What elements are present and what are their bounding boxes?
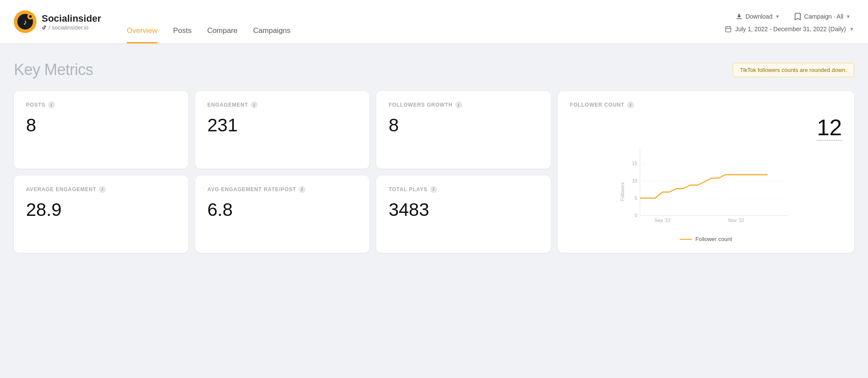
brand-handle: / socialinsider.io (42, 24, 101, 31)
info-icon-total-plays[interactable]: i (430, 186, 437, 193)
info-icon-posts[interactable]: i (48, 101, 55, 108)
follower-count-value: 12 (570, 116, 842, 139)
metric-card-engagement: ENGAGEMENT i 231 (195, 91, 370, 169)
nav-compare[interactable]: Compare (207, 26, 237, 43)
tiktok-icon (42, 25, 47, 30)
metric-value-avg-engagement: 28.9 (26, 201, 176, 219)
info-icon-engagement[interactable]: i (251, 101, 258, 108)
metric-label-avg-engagement: AVERAGE ENGAGEMENT i (26, 186, 176, 193)
header: ♪ Socialinsider / socialinsider.io Overv… (0, 0, 868, 43)
info-icon-followers-growth[interactable]: i (455, 101, 462, 108)
campaign-chevron: ▼ (846, 14, 851, 19)
brand-name: Socialinsider (42, 13, 101, 24)
metrics-grid: POSTS i 8 ENGAGEMENT i 231 FOLLOWERS GRO… (14, 91, 854, 253)
metric-value-engagement: 231 (207, 116, 358, 134)
legend-line (680, 239, 692, 240)
campaign-button[interactable]: Campaign · All ▼ (790, 11, 854, 22)
metric-card-total-plays: TOTAL PLAYS i 3483 (376, 176, 551, 253)
follower-count-card: FOLLOWER COUNT i 12 0 5 (558, 91, 854, 253)
metric-value-posts: 8 (26, 116, 176, 134)
metric-label-follower-count: FOLLOWER COUNT i (570, 101, 842, 108)
notice-badge: TikTok followers counts are rounded down… (733, 63, 854, 77)
date-chevron: ▼ (849, 26, 854, 32)
svg-text:Sep '22: Sep '22 (654, 218, 671, 223)
metric-label-engagement: ENGAGEMENT i (207, 101, 358, 108)
metric-value-followers-growth: 8 (388, 116, 539, 134)
svg-text:♪: ♪ (23, 18, 27, 26)
header-right: Download ▼ Campaign · All ▼ July 1, 2022… (725, 11, 854, 33)
svg-text:Nov '22: Nov '22 (728, 218, 744, 223)
brand-logo: ♪ (14, 10, 36, 33)
metric-card-followers-growth: FOLLOWERS GROWTH i 8 (376, 91, 551, 169)
follower-chart-svg: 0 5 10 15 Followers Sep '22 Nov '22 (570, 144, 842, 231)
main-nav: Overview Posts Compare Campaigns (127, 0, 290, 43)
svg-text:0: 0 (635, 213, 637, 218)
svg-text:15: 15 (632, 161, 637, 166)
download-button[interactable]: Download ▼ (732, 11, 783, 22)
svg-text:5: 5 (635, 196, 637, 201)
header-controls-row: Download ▼ Campaign · All ▼ (732, 11, 854, 22)
svg-rect-5 (736, 19, 742, 20)
svg-text:Followers: Followers (621, 182, 625, 201)
svg-text:10: 10 (632, 178, 637, 183)
nav-posts[interactable]: Posts (173, 26, 192, 43)
calendar-icon (725, 26, 732, 33)
nav-overview[interactable]: Overview (127, 26, 158, 43)
svg-rect-6 (726, 27, 731, 32)
section-title: Key Metrics (14, 61, 93, 79)
metric-label-followers-growth: FOLLOWERS GROWTH i (388, 101, 539, 108)
follower-chart-container: 0 5 10 15 Followers Sep '22 Nov '22 (570, 144, 842, 232)
metric-value-total-plays: 3483 (388, 201, 539, 219)
nav-campaigns[interactable]: Campaigns (253, 26, 290, 43)
download-chevron: ▼ (775, 14, 780, 19)
metric-value-avg-rate: 6.8 (207, 201, 358, 219)
metric-label-avg-rate: AVG ENGAGEMENT RATE/POST i (207, 186, 358, 193)
bookmark-icon (794, 13, 802, 20)
brand-info: Socialinsider / socialinsider.io (42, 13, 101, 31)
metric-card-posts: POSTS i 8 (14, 91, 188, 169)
main-content: Key Metrics TikTok followers counts are … (0, 43, 868, 378)
metric-card-avg-rate: AVG ENGAGEMENT RATE/POST i 6.8 (195, 176, 370, 253)
metric-label-posts: POSTS i (26, 101, 176, 108)
metric-card-avg-engagement: AVERAGE ENGAGEMENT i 28.9 (14, 176, 188, 253)
logo-area: ♪ Socialinsider / socialinsider.io (14, 10, 109, 33)
chart-legend: Follower count (570, 236, 842, 242)
download-icon (735, 13, 743, 20)
info-icon-avg-rate[interactable]: i (299, 186, 306, 193)
metric-label-total-plays: TOTAL PLAYS i (388, 186, 539, 193)
info-icon-follower-count[interactable]: i (627, 101, 634, 108)
section-header: Key Metrics TikTok followers counts are … (14, 61, 854, 79)
date-range-button[interactable]: July 1, 2022 - December 31, 2022 (Daily)… (725, 26, 854, 33)
svg-point-4 (29, 15, 32, 18)
info-icon-avg-engagement[interactable]: i (99, 186, 106, 193)
